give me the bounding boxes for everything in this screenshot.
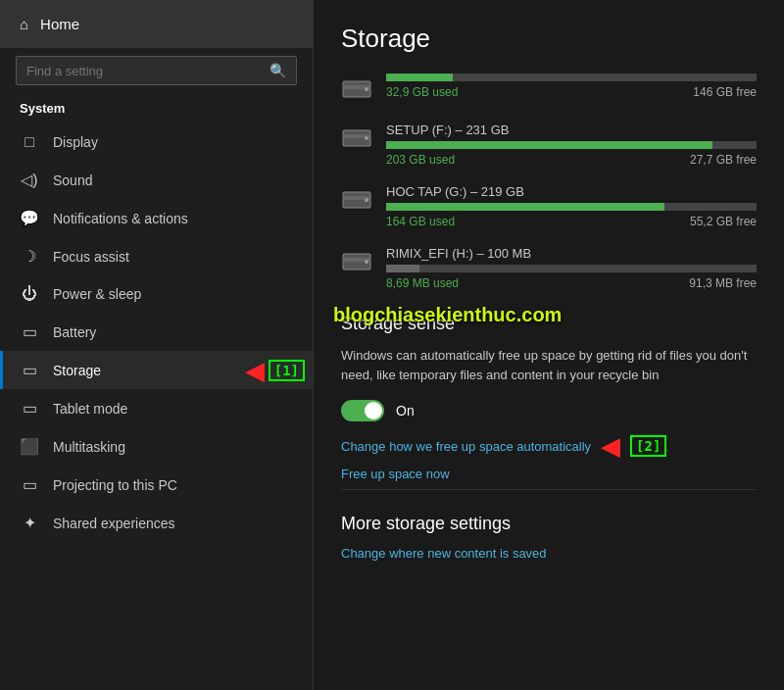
battery-icon: ▭: [20, 322, 39, 341]
svg-point-2: [365, 87, 368, 91]
sound-icon: ◁): [20, 171, 39, 189]
drive-bar-fill: [386, 203, 664, 211]
link-change-row: Change how we free up space automaticall…: [341, 433, 757, 459]
sidebar: ⌂ Home 🔍 System □ Display ◁) Sound 💬 Not…: [0, 0, 314, 690]
drive-item: SETUP (F:) – 231 GB 203 GB used 27,7 GB …: [341, 123, 757, 167]
sidebar-item-label: Battery: [53, 324, 96, 340]
arrow-annotation-1: ◀ [1]: [245, 358, 305, 383]
sidebar-item-display[interactable]: □ Display: [0, 123, 313, 161]
drive-stats: 32,9 GB used 146 GB free: [386, 85, 757, 99]
drive-info: 32,9 GB used 146 GB free: [386, 74, 757, 99]
search-input[interactable]: [26, 64, 270, 78]
drive-used: 32,9 GB used: [386, 85, 458, 99]
drive-name: RIMIX_EFI (H:) – 100 MB: [386, 246, 757, 261]
drive-used: 164 GB used: [386, 215, 455, 228]
search-icon: 🔍: [270, 63, 286, 78]
badge-2: [2]: [630, 435, 666, 457]
drive-icon: [341, 126, 372, 154]
page-title: Storage: [341, 24, 757, 54]
focus-icon: ☽: [20, 247, 39, 266]
drive-free: 91,3 MB free: [689, 276, 757, 290]
drive-bar-fill: [386, 74, 453, 81]
drive-icon: [341, 188, 372, 216]
sidebar-item-label: Focus assist: [53, 249, 129, 265]
sidebar-item-focus[interactable]: ☽ Focus assist: [0, 237, 313, 275]
sidebar-item-multitasking[interactable]: ⬛ Multitasking: [0, 427, 313, 466]
drive-item: 32,9 GB used 146 GB free: [341, 74, 757, 105]
storage-sense-toggle[interactable]: [341, 400, 384, 421]
drive-stats: 164 GB used 55,2 GB free: [386, 215, 757, 228]
notifications-icon: 💬: [20, 209, 39, 227]
sidebar-home-label: Home: [40, 16, 79, 32]
search-box[interactable]: 🔍: [16, 56, 297, 85]
sidebar-item-shared[interactable]: ✦ Shared experiences: [0, 504, 313, 542]
drive-bar-bg: [386, 265, 757, 272]
sidebar-item-power[interactable]: ⏻ Power & sleep: [0, 275, 313, 313]
sidebar-item-tablet[interactable]: ▭ Tablet mode: [0, 389, 313, 427]
sidebar-item-label: Multitasking: [53, 439, 125, 455]
svg-point-8: [365, 198, 368, 202]
sidebar-item-storage[interactable]: ▭ Storage ◀ [1]: [0, 351, 313, 389]
home-icon: ⌂: [20, 16, 28, 32]
storage-sense-title: Storage sense: [341, 314, 757, 334]
projecting-icon: ▭: [20, 475, 39, 494]
drive-info: RIMIX_EFI (H:) – 100 MB 8,69 MB used 91,…: [386, 246, 757, 290]
divider: [341, 489, 757, 490]
multitasking-icon: ⬛: [20, 437, 39, 456]
badge-1: [1]: [269, 360, 305, 381]
drive-info: HOC TAP (G:) – 219 GB 164 GB used 55,2 G…: [386, 184, 757, 228]
drive-icon: [341, 77, 372, 105]
arrow-left-icon: ◀: [245, 358, 265, 383]
drive-info: SETUP (F:) – 231 GB 203 GB used 27,7 GB …: [386, 123, 757, 167]
more-storage-title: More storage settings: [341, 514, 757, 534]
display-icon: □: [20, 133, 39, 151]
sidebar-item-projecting[interactable]: ▭ Projecting to this PC: [0, 466, 313, 504]
drive-free: 146 GB free: [693, 85, 757, 99]
drive-item: HOC TAP (G:) – 219 GB 164 GB used 55,2 G…: [341, 184, 757, 228]
drive-icon: [341, 250, 372, 277]
sidebar-item-label: Shared experiences: [53, 516, 175, 531]
drive-bar-fill: [386, 265, 419, 272]
sidebar-item-label: Tablet mode: [53, 401, 127, 417]
power-icon: ⏻: [20, 285, 39, 303]
drive-name: SETUP (F:) – 231 GB: [386, 123, 757, 137]
drive-bar-bg: [386, 203, 757, 211]
drive-bar-bg: [386, 74, 757, 81]
svg-point-11: [365, 260, 368, 264]
tablet-icon: ▭: [20, 399, 39, 418]
drive-bar-bg: [386, 141, 757, 149]
drive-bar-fill: [386, 141, 712, 149]
storage-icon: ▭: [20, 361, 39, 379]
link-where[interactable]: Change where new content is saved: [341, 546, 757, 561]
sidebar-item-label: Projecting to this PC: [53, 477, 177, 493]
toggle-row: On: [341, 400, 757, 421]
drive-free: 27,7 GB free: [690, 153, 757, 167]
system-section-title: System: [0, 97, 313, 123]
toggle-label: On: [396, 403, 415, 419]
link-free[interactable]: Free up space now: [341, 467, 757, 481]
sidebar-item-sound[interactable]: ◁) Sound: [0, 161, 313, 199]
sidebar-item-label: Power & sleep: [53, 286, 141, 302]
sidebar-item-label: Display: [53, 134, 98, 150]
sidebar-item-battery[interactable]: ▭ Battery: [0, 313, 313, 351]
link-change[interactable]: Change how we free up space automaticall…: [341, 439, 591, 454]
sidebar-item-label: Storage: [53, 363, 101, 378]
drive-free: 55,2 GB free: [690, 215, 757, 228]
drive-used: 8,69 MB used: [386, 276, 459, 290]
drive-item: RIMIX_EFI (H:) – 100 MB 8,69 MB used 91,…: [341, 246, 757, 290]
arrow-right-icon: ◀: [601, 433, 620, 459]
drive-stats: 203 GB used 27,7 GB free: [386, 153, 757, 167]
sidebar-item-label: Sound: [53, 172, 92, 188]
drive-stats: 8,69 MB used 91,3 MB free: [386, 276, 757, 290]
sidebar-item-label: Notifications & actions: [53, 211, 188, 226]
sidebar-home[interactable]: ⌂ Home: [0, 0, 313, 48]
storage-sense-desc: Windows can automatically free up space …: [341, 346, 757, 384]
drive-name: HOC TAP (G:) – 219 GB: [386, 184, 757, 199]
main-content: Storage 32,9 GB used 146 GB free: [314, 0, 784, 592]
shared-icon: ✦: [20, 514, 39, 532]
svg-point-5: [365, 136, 368, 140]
sidebar-item-notifications[interactable]: 💬 Notifications & actions: [0, 199, 313, 237]
drive-used: 203 GB used: [386, 153, 455, 167]
